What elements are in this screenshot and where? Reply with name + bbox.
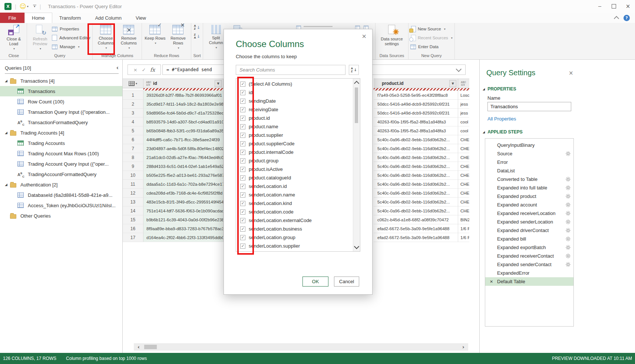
- formula-expand-icon[interactable]: [456, 66, 462, 72]
- cell-id[interactable]: 483e15cb-81f1-3f49-d5cc-29959149f454: [143, 198, 224, 206]
- data-source-settings-button[interactable]: Data source settings: [377, 23, 406, 46]
- step-settings-gear-icon[interactable]: [566, 185, 570, 190]
- cell-product-id[interactable]: f7a49-05e3-5258-5e95-ec43f28f8ac8: [374, 91, 458, 100]
- cell-next-column[interactable]: BIN2: [458, 215, 469, 224]
- cell-id[interactable]: b505e225-f5e2-a013-be61-293a276e5879: [143, 171, 224, 180]
- delete-step-icon[interactable]: ×: [490, 279, 496, 284]
- column-option-product-isactive[interactable]: ✓product.isActive: [236, 165, 360, 173]
- cell-product-id[interactable]: 50dcc-5416-a49d-dcb9-825992c6f231: [374, 109, 458, 118]
- query-item-tradingaccountformattedquery[interactable]: ABCTradingAccountFormattedQuery: [0, 169, 122, 179]
- cell-next-column[interactable]: CHEF: [458, 144, 469, 153]
- ok-button[interactable]: OK: [302, 277, 328, 287]
- filter-icon[interactable]: ▼: [449, 80, 456, 87]
- cell-id[interactable]: b65b0848-fbb3-53f1-cc99-f31da6a89a35: [143, 126, 224, 135]
- column-option-senderlocation-group[interactable]: ✓senderLocation.group: [236, 233, 360, 242]
- cell-next-column[interactable]: CHEF: [458, 198, 469, 206]
- all-properties-link[interactable]: All Properties: [487, 116, 516, 122]
- column-option-select-all-columns[interactable]: ✓(Select All Columns): [236, 80, 360, 88]
- cell-product-id[interactable]: 5c40c-0a96-db02-9ebb-116d0b62b2...: [374, 206, 458, 215]
- properties-button[interactable]: Properties: [52, 24, 90, 33]
- checkbox-checked[interactable]: ✓: [240, 150, 245, 155]
- cell-id[interactable]: ddaa5a1c-11d3-6a1c-702a-b8e7294ce176: [143, 180, 224, 189]
- cell-next-column[interactable]: cool: [458, 118, 469, 126]
- applied-step-expanded-receivercontact[interactable]: ×Expanded receiverContact: [485, 252, 573, 260]
- applied-step-error[interactable]: ×Error: [485, 158, 573, 166]
- query-item-transactionformattedquery[interactable]: ABCTransactionFormattedQuery: [0, 117, 122, 128]
- applied-step-queryinputbinary[interactable]: ×QueryInputBinary: [485, 141, 573, 149]
- dialog-scrollbar[interactable]: [353, 79, 360, 251]
- row-number[interactable]: 16: [123, 224, 143, 233]
- cell-next-column[interactable]: CHEF: [458, 171, 469, 180]
- cell-id[interactable]: 35cd9d17-fd11-14a9-18c2-8a1803e2e98f: [143, 100, 224, 109]
- row-number[interactable]: 4: [123, 118, 143, 126]
- applied-step-expanded-drivercontact[interactable]: ×Expanded driverContact: [485, 226, 573, 235]
- query-item-access-token-eyjhbgcioijsuzi1niisl[interactable]: Access_Token (eyJhbGciOiJSUzI1NiIsl...: [0, 200, 122, 211]
- cell-next-column[interactable]: CHEF: [458, 135, 469, 144]
- column-option-product-supplier[interactable]: ✓product.supplier: [236, 131, 360, 139]
- row-number[interactable]: 11: [123, 180, 143, 189]
- column-option-senderlocation-supplier[interactable]: ✓senderLocation.supplier: [236, 242, 360, 250]
- cell-id[interactable]: 751e1414-fdf7-5636-f063-0e1b090acdac: [143, 206, 224, 215]
- row-number[interactable]: 7: [123, 144, 143, 153]
- cell-next-column[interactable]: Losca: [458, 91, 469, 100]
- cell-product-id[interactable]: 5c40c-0a96-db02-9ebb-116d0b62b2...: [374, 135, 458, 144]
- remove-columns-button[interactable]: × Remove Columns▾: [118, 23, 140, 50]
- step-settings-gear-icon[interactable]: [566, 236, 570, 241]
- cell-product-id[interactable]: 40263-f00a-1f95-f5a2-8f8a1a948fa3: [374, 118, 458, 126]
- column-option-id[interactable]: ✓id: [236, 88, 360, 97]
- scrollbar-thumb[interactable]: [355, 87, 358, 123]
- new-source-button[interactable]: New Source▾: [410, 24, 453, 33]
- column-header-id[interactable]: ABC123 id ▼: [143, 79, 224, 88]
- column-option-senderlocation-name[interactable]: ✓senderLocation.name: [236, 191, 360, 199]
- cell-product-id[interactable]: 5c40c-0a96-db02-9ebb-116d0b62b2...: [374, 171, 458, 180]
- query-item-trading-accounts[interactable]: Trading Accounts: [0, 138, 122, 148]
- query-item-transactions[interactable]: Transactions: [0, 86, 122, 96]
- row-number[interactable]: 17: [123, 233, 143, 242]
- formula-confirm-icon[interactable]: ✓: [142, 67, 146, 73]
- checkbox-checked[interactable]: ✓: [240, 116, 245, 121]
- row-number[interactable]: 1: [123, 91, 143, 100]
- tree-expand-icon[interactable]: ◢: [5, 79, 10, 83]
- cell-next-column[interactable]: CHEF: [458, 153, 469, 162]
- checkbox-checked[interactable]: ✓: [240, 209, 245, 215]
- row-number[interactable]: 6: [123, 135, 143, 144]
- step-settings-gear-icon[interactable]: [566, 194, 570, 199]
- checkbox-checked[interactable]: ✓: [240, 235, 245, 240]
- applied-step-expanded-product[interactable]: ×Expanded product: [485, 192, 573, 201]
- column-option-receivingdate[interactable]: ✓receivingDate: [236, 105, 360, 114]
- formula-cancel-icon[interactable]: ×: [133, 67, 138, 73]
- column-option-product-internalcode[interactable]: ✓product.internalCode: [236, 148, 360, 156]
- query-item-row-count-100[interactable]: Row Count (100): [0, 96, 122, 107]
- cell-next-column[interactable]: jess l: [458, 109, 469, 118]
- tab-view[interactable]: View: [129, 13, 153, 23]
- tree-expand-icon[interactable]: ◢: [5, 131, 10, 135]
- column-option-product-catalogueid[interactable]: ✓product.catalogueId: [236, 173, 360, 182]
- refresh-preview-button[interactable]: ↻ Refresh Preview▾: [29, 23, 51, 51]
- column-option-senderlocation-business[interactable]: ✓senderLocation.business: [236, 225, 360, 233]
- cell-product-id[interactable]: c062c-b45d-a1e8-68f2-a08f39c70472: [374, 215, 458, 224]
- row-number[interactable]: 10: [123, 171, 143, 180]
- filter-icon[interactable]: ▼: [215, 80, 222, 87]
- cell-next-column[interactable]: CHEF: [458, 180, 469, 189]
- properties-section-header[interactable]: ◢ PROPERTIES: [483, 86, 516, 92]
- checkbox-checked[interactable]: ✓: [240, 107, 245, 112]
- enter-data-button[interactable]: Enter Data: [410, 42, 453, 51]
- applied-step-datalist[interactable]: ×DataList: [485, 166, 573, 175]
- sort-columns-button[interactable]: AZ ↓: [349, 65, 359, 75]
- applied-step-expandederror[interactable]: ×ExpandedError: [485, 269, 573, 277]
- advanced-editor-button[interactable]: Advanced Editor: [52, 33, 90, 42]
- cell-product-id[interactable]: 5c40c-0a96-db02-9ebb-116d0b62b2...: [374, 144, 458, 153]
- cell-product-id[interactable]: 50dcc-5416-a49d-dcb9-825992c6f231: [374, 100, 458, 109]
- query-name-field[interactable]: Transactions: [487, 102, 571, 111]
- remove-rows-button[interactable]: × Remove Rows▾: [167, 23, 189, 50]
- query-item-trading-account-max-rows-100[interactable]: Trading Account Max Rows (100): [0, 148, 122, 159]
- row-number[interactable]: 15: [123, 215, 143, 224]
- cell-product-id[interactable]: 5c40c-0a96-db02-9ebb-116d0b62b2...: [374, 162, 458, 171]
- row-number[interactable]: 2: [123, 100, 143, 109]
- cell-id[interactable]: 59d8965e-fcd4-5b0d-d9c7-d1a725328edb: [143, 109, 224, 118]
- row-number[interactable]: 9: [123, 162, 143, 171]
- cell-next-column[interactable]: 1/6 P: [458, 224, 469, 233]
- cell-next-column[interactable]: CHEF: [458, 162, 469, 171]
- grid-table-menu[interactable]: ▾: [123, 79, 143, 88]
- query-item-databaseid-6a2d8841-55d8-421e-a9[interactable]: DatabaseId (6a2d8841-55d8-421e-a9...: [0, 190, 122, 200]
